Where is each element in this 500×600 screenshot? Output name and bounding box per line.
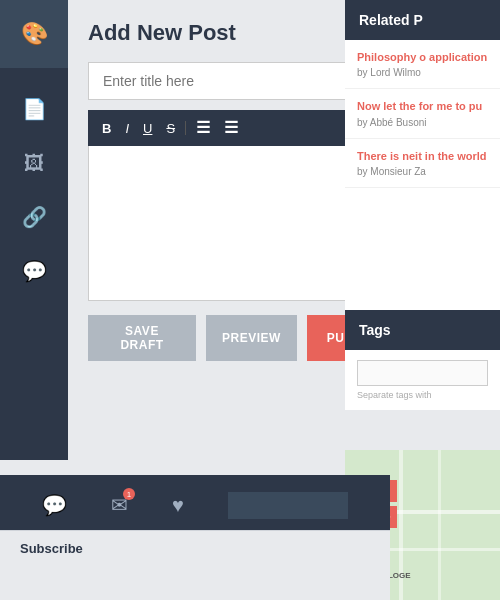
sidebar-item-link[interactable]: 🔗 [0,192,68,242]
bottom-search-input[interactable] [228,492,348,519]
sidebar-logo[interactable]: 🎨 [0,0,68,68]
toolbar-ordered-list[interactable]: ☰ [220,118,242,138]
save-draft-button[interactable]: SAVE DRAFT [88,315,196,361]
link-icon: 🔗 [22,205,47,229]
bottom-bar: 💬 ✉ 1 ♥ [0,475,390,535]
related-item-1[interactable]: Philosophy o application by Lord Wilmo [345,40,500,89]
tags-input-area: Separate tags with [345,350,500,410]
related-item-2[interactable]: Now let the for me to pu by Abbé Busoni [345,89,500,138]
tags-input[interactable] [357,360,488,386]
mail-badge: 1 [123,488,135,500]
toolbar-separator-1 [185,121,186,135]
palette-icon: 🎨 [21,21,48,47]
sidebar: 🎨 📄 🖼 🔗 💬 [0,0,68,460]
related-item-3-title: There is neit in the world [357,149,488,163]
mail-icon-button[interactable]: ✉ 1 [111,493,128,517]
map-road-v2 [438,450,441,600]
related-header: Related P [345,0,500,40]
image-icon: 🖼 [24,152,44,175]
footer-area: Subscribe [0,530,390,600]
toolbar-bold[interactable]: B [98,120,115,137]
preview-button[interactable]: PREVIEW [206,315,297,361]
heart-icon: ♥ [172,494,184,516]
sidebar-item-document[interactable]: 📄 [0,84,68,134]
sidebar-item-image[interactable]: 🖼 [0,138,68,188]
related-item-2-author: by Abbé Busoni [357,117,488,128]
related-item-2-title: Now let the for me to pu [357,99,488,113]
footer-title: Subscribe [20,541,370,556]
tags-panel: Tags Separate tags with [345,310,500,410]
related-item-1-author: by Lord Wilmo [357,67,488,78]
heart-icon-button[interactable]: ♥ [172,494,184,517]
toolbar-italic[interactable]: I [121,120,133,137]
related-panel: Related P Philosophy o application by Lo… [345,0,500,340]
sidebar-item-comment[interactable]: 💬 [0,246,68,296]
related-item-3-author: by Monsieur Za [357,166,488,177]
related-item-3[interactable]: There is neit in the world by Monsieur Z… [345,139,500,188]
document-icon: 📄 [22,97,47,121]
related-item-1-title: Philosophy o application [357,50,488,64]
toolbar-underline[interactable]: U [139,120,156,137]
tags-header: Tags [345,310,500,350]
comment-icon: 💬 [22,259,47,283]
chat-icon: 💬 [42,494,67,516]
toolbar-unordered-list[interactable]: ☰ [192,118,214,138]
tags-hint: Separate tags with [357,390,488,400]
chat-icon-button[interactable]: 💬 [42,493,67,517]
toolbar-strikethrough[interactable]: S [162,120,179,137]
